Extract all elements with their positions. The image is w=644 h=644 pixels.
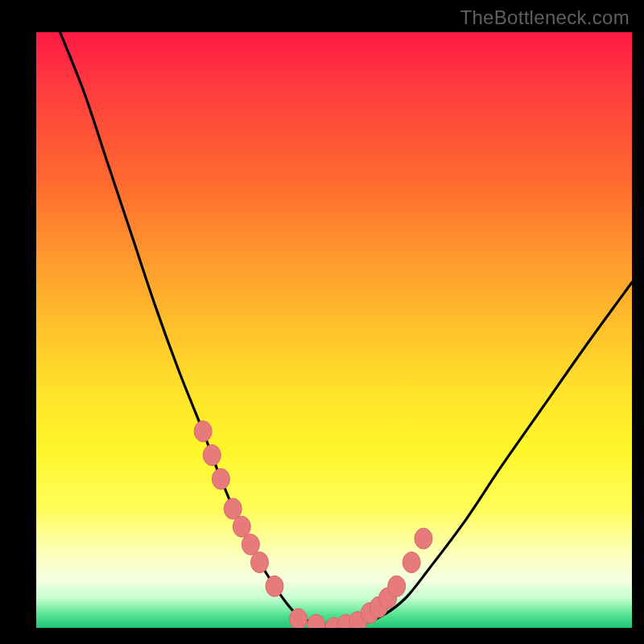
data-marker <box>203 444 221 465</box>
curve-layer <box>60 32 632 628</box>
data-marker <box>290 609 308 628</box>
data-marker <box>194 421 212 442</box>
data-marker <box>242 534 259 555</box>
chart-frame: TheBottleneck.com <box>0 0 644 644</box>
attribution-label: TheBottleneck.com <box>460 6 630 29</box>
data-marker <box>388 576 406 597</box>
data-marker <box>415 528 432 549</box>
data-marker <box>266 576 283 597</box>
bottleneck-curve <box>60 32 632 628</box>
data-marker <box>224 498 242 519</box>
data-marker <box>251 552 269 573</box>
plot-area <box>36 32 632 628</box>
data-marker <box>402 552 420 573</box>
data-marker <box>308 614 325 628</box>
data-marker <box>212 469 229 489</box>
data-marker <box>233 516 250 537</box>
chart-svg <box>36 32 632 628</box>
marker-layer <box>194 421 432 628</box>
